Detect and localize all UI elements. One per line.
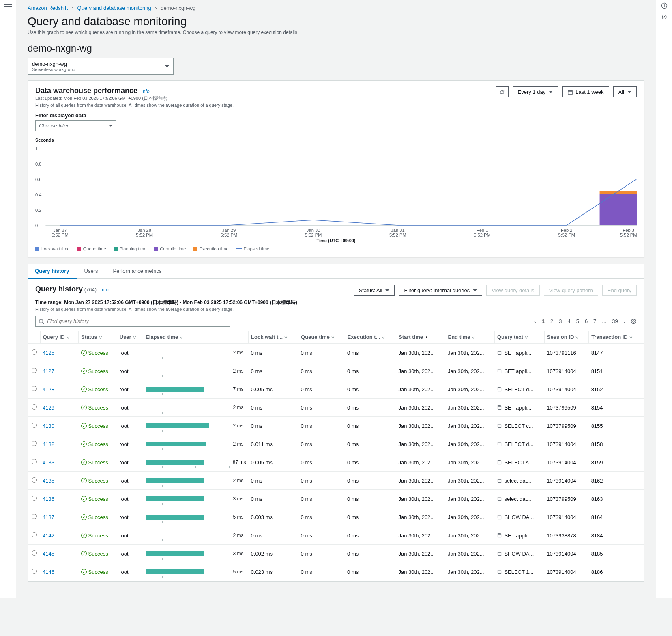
- svg-text:Feb 3: Feb 3: [623, 228, 634, 233]
- col-elapsed[interactable]: Elapsed time▽: [143, 331, 249, 344]
- row-radio[interactable]: [32, 349, 37, 355]
- refresh-button[interactable]: [496, 86, 509, 97]
- copy-icon[interactable]: [497, 569, 502, 575]
- query-id-link[interactable]: 4129: [43, 405, 54, 411]
- end-cell: Jan 30th, 202...: [445, 399, 494, 417]
- copy-icon[interactable]: [497, 478, 502, 483]
- copy-icon[interactable]: [497, 442, 502, 447]
- copy-icon[interactable]: [497, 496, 502, 502]
- col-end[interactable]: End time▽: [445, 331, 494, 344]
- tab-users[interactable]: Users: [77, 264, 106, 278]
- row-radio[interactable]: [32, 368, 37, 373]
- query-id-link[interactable]: 4133: [43, 459, 54, 466]
- col-queue[interactable]: Queue time▽: [298, 331, 345, 344]
- chevron-down-icon: [109, 125, 113, 127]
- row-radio[interactable]: [32, 514, 37, 519]
- copy-icon[interactable]: [497, 460, 502, 465]
- info-link[interactable]: Info: [142, 88, 150, 94]
- workgroup-selector[interactable]: demo-nxgn-wg Serverless workgroup: [28, 58, 174, 75]
- end-cell: Jan 30th, 202...: [445, 563, 494, 581]
- query-id-link[interactable]: 4145: [43, 551, 54, 557]
- filter-label: Filter displayed data: [35, 112, 637, 119]
- interval-selector[interactable]: Every 1 day: [513, 86, 558, 97]
- query-id-link[interactable]: 4137: [43, 514, 54, 520]
- svg-text:Jan 27: Jan 27: [53, 228, 67, 233]
- svg-rect-33: [498, 406, 501, 409]
- copy-icon[interactable]: [497, 387, 502, 392]
- col-exec[interactable]: Execution t...▽: [345, 331, 396, 344]
- query-id-link[interactable]: 4130: [43, 423, 54, 429]
- status-filter-button[interactable]: Status: All: [354, 285, 395, 296]
- query-id-link[interactable]: 4127: [43, 368, 54, 374]
- query-id-link[interactable]: 4142: [43, 533, 54, 539]
- row-radio[interactable]: [32, 532, 37, 537]
- col-qtext[interactable]: Query text▽: [494, 331, 544, 344]
- tab-performance-metrics[interactable]: Performance metrics: [105, 264, 169, 278]
- filter-select[interactable]: Choose filter: [35, 120, 116, 131]
- row-radio[interactable]: [32, 569, 37, 574]
- end-query-button[interactable]: End query: [602, 285, 637, 296]
- query-id-link[interactable]: 4135: [43, 478, 54, 484]
- page-7[interactable]: 7: [593, 317, 597, 325]
- col-status[interactable]: Status▽: [79, 331, 117, 344]
- breadcrumb-mid[interactable]: Query and database monitoring: [77, 5, 151, 11]
- info-circle-icon[interactable]: [661, 2, 668, 9]
- query-filter-button[interactable]: Filter query: Internal queries: [399, 285, 482, 296]
- menu-icon[interactable]: [4, 2, 12, 7]
- col-session[interactable]: Session ID▽: [544, 331, 588, 344]
- query-id-link[interactable]: 4136: [43, 496, 54, 502]
- all-selector[interactable]: All: [613, 86, 637, 97]
- page-last[interactable]: 39: [611, 317, 618, 325]
- col-txn[interactable]: Transaction ID▽: [589, 331, 644, 344]
- copy-icon[interactable]: [497, 423, 502, 429]
- query-text-cell: select dat...: [497, 478, 542, 484]
- copy-icon[interactable]: [497, 405, 502, 410]
- copy-icon[interactable]: [497, 533, 502, 538]
- query-id-link[interactable]: 4132: [43, 441, 54, 447]
- copy-icon[interactable]: [497, 369, 502, 374]
- breadcrumb-root[interactable]: Amazon Redshift: [28, 5, 68, 11]
- col-lock[interactable]: Lock wait t...▽: [249, 331, 298, 344]
- col-query-id[interactable]: Query ID▽: [40, 331, 79, 344]
- view-pattern-button[interactable]: View query pattern: [544, 285, 598, 296]
- copy-icon[interactable]: [497, 551, 502, 556]
- row-radio[interactable]: [32, 477, 37, 483]
- table-row: 4135 ✓Success root 2 ms 0 ms 0 ms 0 ms J…: [28, 472, 644, 490]
- check-circle-icon: ✓: [81, 405, 87, 410]
- check-circle-icon: ✓: [81, 514, 87, 520]
- query-id-link[interactable]: 4146: [43, 569, 54, 575]
- row-radio[interactable]: [32, 386, 37, 391]
- row-radio[interactable]: [32, 404, 37, 410]
- row-radio[interactable]: [32, 496, 37, 501]
- copy-icon[interactable]: [497, 350, 502, 356]
- row-radio[interactable]: [32, 441, 37, 446]
- page-3[interactable]: 3: [558, 317, 563, 325]
- row-radio[interactable]: [32, 459, 37, 464]
- tab-query-history[interactable]: Query history: [28, 264, 77, 279]
- page-prev[interactable]: ‹: [533, 317, 537, 325]
- query-id-link[interactable]: 4128: [43, 386, 54, 392]
- row-radio[interactable]: [32, 423, 37, 428]
- elapsed-cell: 87 ms: [143, 453, 249, 472]
- page-2[interactable]: 2: [550, 317, 554, 325]
- page-5[interactable]: 5: [575, 317, 580, 325]
- page-1[interactable]: 1: [541, 317, 545, 325]
- lock-cell: 0.002 ms: [249, 545, 298, 563]
- range-selector[interactable]: Last 1 week: [562, 86, 609, 97]
- settings-icon[interactable]: [630, 318, 637, 325]
- search-input[interactable]: [35, 316, 230, 327]
- view-details-button[interactable]: View query details: [486, 285, 539, 296]
- col-start[interactable]: Start time▲: [396, 331, 445, 344]
- col-user[interactable]: User▽: [117, 331, 143, 344]
- end-cell: Jan 30th, 202...: [445, 380, 494, 399]
- txn-cell: 8158: [589, 435, 644, 453]
- history-icon[interactable]: [661, 14, 668, 20]
- row-radio[interactable]: [32, 550, 37, 556]
- page-next[interactable]: ›: [623, 317, 626, 325]
- query-id-link[interactable]: 4125: [43, 350, 54, 356]
- user-cell: root: [117, 453, 143, 472]
- page-4[interactable]: 4: [567, 317, 571, 325]
- info-link[interactable]: Info: [101, 287, 109, 293]
- page-6[interactable]: 6: [584, 317, 588, 325]
- copy-icon[interactable]: [497, 515, 502, 520]
